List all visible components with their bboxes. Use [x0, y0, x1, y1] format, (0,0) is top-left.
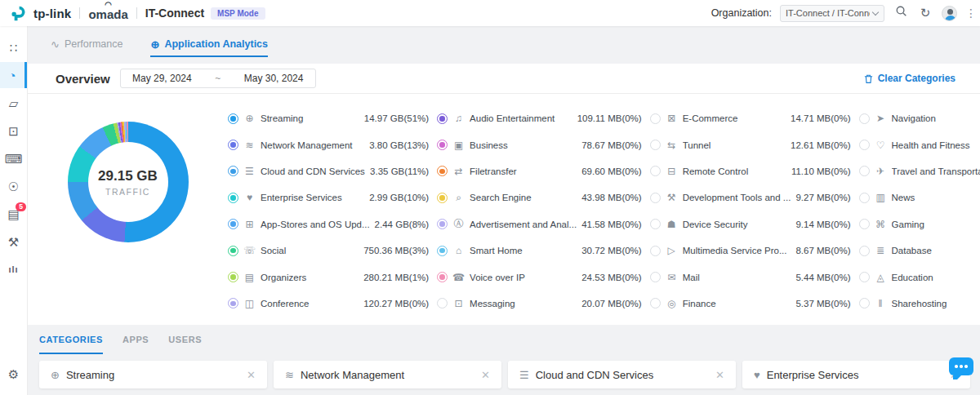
sidebar-item-devices[interactable]: ⊡: [0, 118, 27, 144]
close-icon[interactable]: ✕: [714, 369, 726, 381]
legend-item-remote-control[interactable]: ⊟Remote Control11.10 MB(0%): [650, 158, 859, 184]
legend-item-news[interactable]: ▥News211.99 KB(0%): [859, 184, 980, 211]
legend-item-search-engine[interactable]: ⌕Search Engine43.98 MB(0%): [437, 184, 650, 211]
sidebar-item-insights[interactable]: ☉: [0, 173, 27, 199]
radio-enterprise-services[interactable]: [228, 193, 238, 203]
legend-item-mail[interactable]: ✉Mail5.44 MB(0%): [650, 264, 859, 290]
sidebar-item-dashboard[interactable]: ∷: [0, 34, 27, 60]
sidebar-item-reports[interactable]: ılı: [0, 256, 27, 282]
radio-organizers[interactable]: [228, 272, 238, 282]
radio-network-management[interactable]: [228, 140, 238, 150]
legend-item-streaming[interactable]: ⊕Streaming14.97 GB(51%): [228, 105, 437, 131]
tab-label: Performance: [65, 38, 123, 50]
radio-multimedia-service-pro[interactable]: [650, 246, 661, 256]
sidebar-item-settings[interactable]: ⚙: [0, 361, 27, 387]
legend-item-device-security[interactable]: ☗Device Security9.14 MB(0%): [650, 211, 859, 237]
legend-label: Development Tools and ...: [683, 193, 791, 202]
sidebar-item-clients[interactable]: ⌨: [0, 145, 27, 171]
legend-item-finance[interactable]: ◎Finance5.37 MB(0%): [650, 291, 859, 317]
legend-item-audio-entertainment[interactable]: ♫Audio Entertainment109.11 MB(0%): [437, 105, 650, 131]
feedback-chat-button[interactable]: [949, 357, 973, 375]
legend-item-social[interactable]: ☏Social750.36 MB(3%): [228, 237, 437, 264]
legend-item-travel-and-transportati[interactable]: ✈Travel and Transportati...286.60 KB(0%): [859, 158, 980, 184]
legend-item-business[interactable]: ▣Business78.67 MB(0%): [437, 131, 650, 158]
legend-item-gaming[interactable]: ⌘Gaming169.50 KB(0%): [859, 211, 980, 237]
legend-item-navigation[interactable]: ➤Navigation2.22 MB(0%): [859, 105, 980, 131]
legend-item-messaging[interactable]: ⊡Messaging20.07 MB(0%): [437, 291, 650, 317]
legend-item-network-management[interactable]: ≋Network Management3.80 GB(13%): [228, 131, 437, 158]
legend-item-app-stores-and-os-upd[interactable]: ⊞App-Stores and OS Upd...2.44 GB(8%): [228, 211, 437, 237]
radio-messaging[interactable]: [437, 298, 448, 308]
legend-item-conference[interactable]: ◫Conference120.27 MB(0%): [228, 291, 437, 317]
legend-value: 14.97 GB(51%): [364, 113, 429, 123]
social-icon: ☏: [243, 245, 256, 256]
radio-travel-and-transportati[interactable]: [859, 166, 870, 176]
tab-application-analytics[interactable]: ⊕ Application Analytics: [150, 38, 268, 57]
sidebar-item-tools[interactable]: ⚒: [0, 229, 27, 255]
page-tabs: ∿ Performance ⊕ Application Analytics: [28, 26, 980, 64]
radio-conference[interactable]: [228, 298, 238, 308]
radio-filetransfer[interactable]: [437, 166, 448, 176]
legend-item-tunnel[interactable]: ⇆Tunnel12.61 MB(0%): [650, 131, 859, 158]
sidebar-item-resources[interactable]: ▤5: [0, 201, 27, 227]
radio-voice-over-ip[interactable]: [437, 272, 448, 282]
legend-item-sharehosting[interactable]: ‖Sharehosting10.75 KB(0%): [859, 291, 980, 317]
more-menu-icon[interactable]: ⋮: [965, 7, 977, 20]
radio-development-tools-and[interactable]: [650, 193, 661, 203]
tab-performance[interactable]: ∿ Performance: [51, 38, 122, 57]
clear-categories-button[interactable]: Clear Categories: [863, 73, 956, 84]
radio-audio-entertainment[interactable]: [437, 113, 448, 124]
radio-tunnel[interactable]: [650, 140, 661, 150]
detail-tab-apps[interactable]: APPS: [122, 335, 149, 354]
radio-news[interactable]: [859, 193, 870, 203]
date-end: May 30, 2024: [244, 73, 304, 84]
radio-streaming[interactable]: [228, 113, 238, 124]
search-icon[interactable]: [893, 5, 909, 21]
sidebar-item-map[interactable]: ▱: [0, 90, 27, 116]
legend-item-multimedia-service-pro[interactable]: ▷Multimedia Service Pro...8.67 MB(0%): [650, 237, 859, 264]
legend-item-development-tools-and[interactable]: ⚒Development Tools and ...9.27 MB(0%): [650, 184, 859, 211]
radio-advertisement-and-anal[interactable]: [437, 219, 448, 229]
radio-navigation[interactable]: [859, 113, 870, 124]
radio-sharehosting[interactable]: [859, 298, 870, 308]
detail-tab-users[interactable]: USERS: [168, 335, 202, 354]
close-icon[interactable]: ✕: [479, 369, 492, 381]
radio-e-commerce[interactable]: [650, 113, 661, 124]
legend-item-advertisement-and-anal[interactable]: ⒶAdvertisement and Anal...41.58 MB(0%): [437, 211, 650, 237]
sidebar-item-analytics[interactable]: ◔: [0, 62, 27, 88]
legend-item-database[interactable]: ≣Database41.08 KB(0%): [859, 237, 980, 264]
date-range-picker[interactable]: May 29, 2024 ~ May 30, 2024: [120, 69, 316, 88]
line-chart-icon: ∿: [51, 38, 60, 51]
close-icon[interactable]: ✕: [245, 369, 257, 381]
radio-social[interactable]: [228, 246, 238, 256]
radio-business[interactable]: [437, 140, 448, 150]
radio-remote-control[interactable]: [650, 166, 661, 176]
legend-item-organizers[interactable]: ▤Organizers280.21 MB(1%): [228, 264, 437, 290]
radio-cloud-and-cdn-services[interactable]: [228, 166, 238, 176]
radio-app-stores-and-os-upd[interactable]: [228, 219, 238, 229]
detail-tab-categories[interactable]: CATEGORIES: [39, 335, 103, 354]
legend-label: Streaming: [261, 113, 359, 123]
legend-value: 9.14 MB(0%): [795, 220, 850, 229]
legend-item-smart-home[interactable]: ⌂Smart Home30.72 MB(0%): [437, 237, 650, 264]
refresh-icon[interactable]: ↻: [917, 5, 933, 21]
legend-item-voice-over-ip[interactable]: ☎Voice over IP24.53 MB(0%): [437, 264, 650, 290]
radio-mail[interactable]: [650, 272, 661, 282]
radio-education[interactable]: [859, 272, 870, 282]
radio-gaming[interactable]: [859, 219, 870, 229]
legend-item-education[interactable]: ◬Education22.28 KB(0%): [859, 264, 980, 290]
legend-item-filetransfer[interactable]: ⇄Filetransfer69.60 MB(0%): [437, 158, 650, 184]
radio-device-security[interactable]: [650, 219, 661, 229]
legend-item-enterprise-services[interactable]: ♥Enterprise Services2.99 GB(10%): [228, 184, 437, 211]
legend-item-cloud-and-cdn-services[interactable]: ☰Cloud and CDN Services3.35 GB(11%): [228, 158, 437, 184]
legend-item-health-and-fitness[interactable]: ♡Health and Fitness536.14 KB(0%): [859, 131, 980, 158]
radio-smart-home[interactable]: [437, 246, 448, 256]
traffic-donut-chart[interactable]: 29.15 GB TRAFFIC: [68, 122, 189, 242]
radio-database[interactable]: [859, 246, 870, 256]
legend-item-e-commerce[interactable]: ⊠E-Commerce14.71 MB(0%): [650, 105, 859, 131]
radio-search-engine[interactable]: [437, 193, 448, 203]
radio-health-and-fitness[interactable]: [859, 140, 870, 150]
user-avatar[interactable]: [942, 6, 957, 21]
radio-finance[interactable]: [650, 298, 661, 308]
organization-select[interactable]: IT-Connect / IT-Connect - (: [780, 5, 884, 22]
